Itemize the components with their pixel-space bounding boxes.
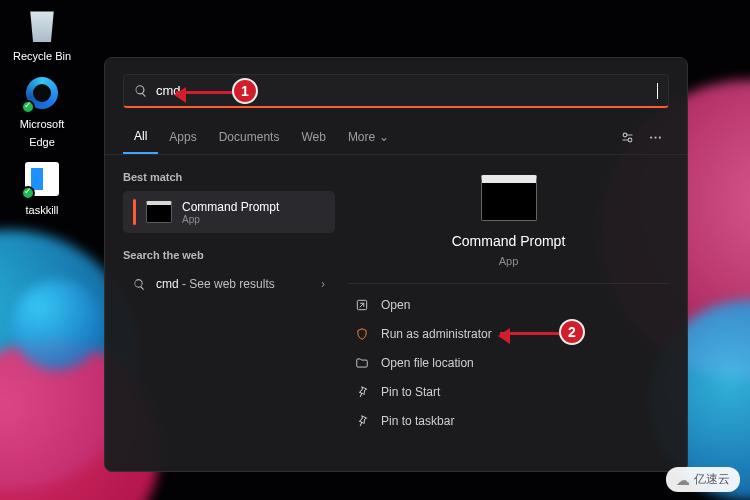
recycle-bin-icon <box>28 8 56 42</box>
web-query: cmd <box>156 277 179 291</box>
annotation-arrow-1 <box>176 91 236 94</box>
desktop-icons: Recycle Bin Microsoft Edge taskkill <box>6 6 78 228</box>
result-detail-pane: Command Prompt App Open Run as administr… <box>343 155 687 460</box>
desktop-icon-edge[interactable]: Microsoft Edge <box>6 74 78 150</box>
svg-point-0 <box>623 133 627 137</box>
shield-icon <box>354 326 369 341</box>
shortcut-badge-icon <box>21 186 35 200</box>
action-label: Run as administrator <box>381 327 492 341</box>
command-prompt-icon <box>146 201 172 223</box>
action-label: Open file location <box>381 356 474 370</box>
tab-apps[interactable]: Apps <box>158 121 207 153</box>
desktop-icon-label: Recycle Bin <box>13 50 71 62</box>
chevron-down-icon: ⌄ <box>379 130 389 144</box>
open-icon <box>354 297 369 312</box>
svg-point-4 <box>658 136 660 138</box>
search-options-button[interactable] <box>613 123 641 151</box>
search-icon <box>133 278 146 291</box>
divider <box>348 283 669 284</box>
action-pin-to-taskbar[interactable]: Pin to taskbar <box>348 406 669 435</box>
svg-point-2 <box>650 136 652 138</box>
tab-documents[interactable]: Documents <box>208 121 291 153</box>
watermark: 亿速云 <box>666 467 740 492</box>
desktop-icon-label: taskkill <box>25 204 58 216</box>
folder-icon <box>354 355 369 370</box>
chevron-right-icon: › <box>321 277 325 291</box>
annotation-marker-1: 1 <box>232 78 258 104</box>
svg-point-1 <box>628 138 632 142</box>
text-cursor <box>657 83 658 99</box>
results-left-pane: Best match Command Prompt App Search the… <box>105 155 343 460</box>
action-label: Pin to taskbar <box>381 414 454 428</box>
start-search-panel: All Apps Documents Web More ⌄ Best match… <box>104 57 688 472</box>
selection-accent <box>133 199 136 225</box>
action-open-file-location[interactable]: Open file location <box>348 348 669 377</box>
detail-title: Command Prompt <box>452 233 566 249</box>
best-match-result[interactable]: Command Prompt App <box>123 191 335 233</box>
more-options-button[interactable] <box>641 123 669 151</box>
annotation-arrow-2 <box>500 332 560 335</box>
svg-point-3 <box>654 136 656 138</box>
result-subtitle: App <box>182 214 279 225</box>
action-pin-to-start[interactable]: Pin to Start <box>348 377 669 406</box>
shortcut-badge-icon <box>21 100 35 114</box>
search-icon <box>134 84 148 98</box>
annotation-marker-2: 2 <box>559 319 585 345</box>
search-filter-tabs: All Apps Documents Web More ⌄ <box>105 118 687 155</box>
tab-all[interactable]: All <box>123 120 158 154</box>
search-web-heading: Search the web <box>123 249 335 261</box>
detail-subtitle: App <box>499 255 519 267</box>
web-suffix: - See web results <box>179 277 275 291</box>
pin-icon <box>354 413 369 428</box>
web-result-item[interactable]: cmd - See web results › <box>123 269 335 299</box>
action-label: Pin to Start <box>381 385 440 399</box>
desktop-icon-taskkill[interactable]: taskkill <box>6 160 78 218</box>
desktop-icon-label: Microsoft Edge <box>20 118 65 148</box>
result-title: Command Prompt <box>182 200 279 214</box>
pin-icon <box>354 384 369 399</box>
tab-more[interactable]: More ⌄ <box>337 121 400 153</box>
action-label: Open <box>381 298 410 312</box>
tab-web[interactable]: Web <box>290 121 336 153</box>
action-open[interactable]: Open <box>348 290 669 319</box>
best-match-heading: Best match <box>123 171 335 183</box>
desktop-icon-recycle-bin[interactable]: Recycle Bin <box>6 6 78 64</box>
command-prompt-icon <box>481 175 537 221</box>
